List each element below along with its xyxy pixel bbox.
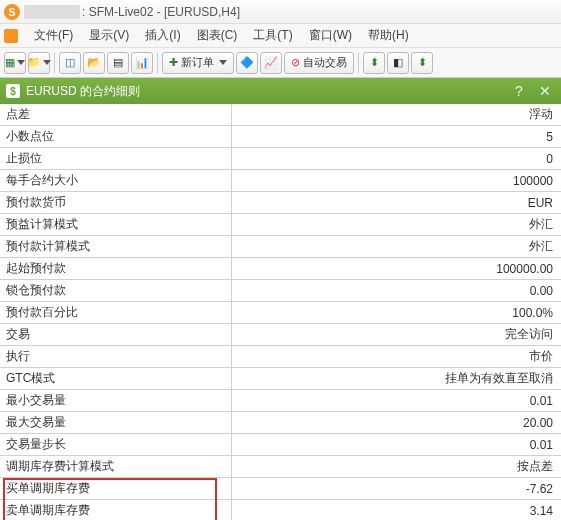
table-row[interactable]: 锁仓预付款0.00 <box>0 280 561 302</box>
property-key: 买单调期库存费 <box>0 478 232 499</box>
property-value: 5 <box>232 126 561 147</box>
property-key: 预付款百分比 <box>0 302 232 323</box>
close-button[interactable]: ✕ <box>535 81 555 101</box>
property-value: 外汇 <box>232 214 561 235</box>
property-key: 止损位 <box>0 148 232 169</box>
terminal-button[interactable]: ▤ <box>107 52 129 74</box>
table-row[interactable]: 点差浮动 <box>0 104 561 126</box>
property-value: 100.0% <box>232 302 561 323</box>
property-value: 20.00 <box>232 412 561 433</box>
property-value: 100000 <box>232 170 561 191</box>
table-row[interactable]: 预付款计算模式外汇 <box>0 236 561 258</box>
window-title: : SFM-Live02 - [EURUSD,H4] <box>82 5 240 19</box>
panel-title: EURUSD 的合约细则 <box>26 83 140 100</box>
property-key: 小数点位 <box>0 126 232 147</box>
property-value: 0.01 <box>232 390 561 411</box>
chart-line-button[interactable]: ⬍ <box>411 52 433 74</box>
table-row[interactable]: 预付款货币EUR <box>0 192 561 214</box>
property-key: 每手合约大小 <box>0 170 232 191</box>
property-value: 0 <box>232 148 561 169</box>
title-bar: S : SFM-Live02 - [EURUSD,H4] <box>0 0 561 24</box>
table-row[interactable]: 卖单调期库存费3.14 <box>0 500 561 520</box>
help-button[interactable]: ? <box>509 81 529 101</box>
property-value: 0.01 <box>232 434 561 455</box>
table-row[interactable]: 每手合约大小100000 <box>0 170 561 192</box>
property-key: 执行 <box>0 346 232 367</box>
property-key: 预付款计算模式 <box>0 236 232 257</box>
property-key: GTC模式 <box>0 368 232 389</box>
chart-bar-button[interactable]: ⬍ <box>363 52 385 74</box>
table-row[interactable]: 调期库存费计算模式按点差 <box>0 456 561 478</box>
property-key: 起始预付款 <box>0 258 232 279</box>
menu-logo-icon <box>4 29 18 43</box>
market-watch-button[interactable]: ◫ <box>59 52 81 74</box>
property-value: 3.14 <box>232 500 561 520</box>
tool-bar: ▦ 📁 ◫ 📂 ▤ 📊 ✚新订单 🔷 📈 ⊘自动交易 ⬍ ◧ ⬍ <box>0 48 561 78</box>
separator <box>157 53 158 73</box>
table-row[interactable]: GTC模式挂单为有效直至取消 <box>0 368 561 390</box>
property-key: 交易量步长 <box>0 434 232 455</box>
property-key: 点差 <box>0 104 232 125</box>
table-row[interactable]: 起始预付款100000.00 <box>0 258 561 280</box>
property-key: 最大交易量 <box>0 412 232 433</box>
property-key: 卖单调期库存费 <box>0 500 232 520</box>
separator <box>358 53 359 73</box>
menu-bar: 文件(F) 显示(V) 插入(I) 图表(C) 工具(T) 窗口(W) 帮助(H… <box>0 24 561 48</box>
blurred-text <box>24 5 80 19</box>
table-row[interactable]: 买单调期库存费-7.62 <box>0 478 561 500</box>
menu-insert[interactable]: 插入(I) <box>137 27 188 44</box>
table-row[interactable]: 止损位0 <box>0 148 561 170</box>
table-row[interactable]: 小数点位5 <box>0 126 561 148</box>
separator <box>54 53 55 73</box>
table-row[interactable]: 预益计算模式外汇 <box>0 214 561 236</box>
auto-trade-button[interactable]: ⊘自动交易 <box>284 52 354 74</box>
property-value: 市价 <box>232 346 561 367</box>
property-value: 浮动 <box>232 104 561 125</box>
property-key: 预付款货币 <box>0 192 232 213</box>
menu-help[interactable]: 帮助(H) <box>360 27 417 44</box>
menu-file[interactable]: 文件(F) <box>26 27 81 44</box>
menu-tool[interactable]: 工具(T) <box>245 27 300 44</box>
navigator-button[interactable]: 📂 <box>83 52 105 74</box>
tester-button[interactable]: 📊 <box>131 52 153 74</box>
property-value: 100000.00 <box>232 258 561 279</box>
menu-window[interactable]: 窗口(W) <box>301 27 360 44</box>
property-value: 按点差 <box>232 456 561 477</box>
app-logo-icon: S <box>4 4 20 20</box>
dollar-icon: $ <box>6 84 20 98</box>
property-key: 锁仓预付款 <box>0 280 232 301</box>
property-key: 预益计算模式 <box>0 214 232 235</box>
new-order-label: 新订单 <box>181 55 214 70</box>
property-value: 外汇 <box>232 236 561 257</box>
table-row[interactable]: 最大交易量20.00 <box>0 412 561 434</box>
table-row[interactable]: 预付款百分比100.0% <box>0 302 561 324</box>
property-key: 最小交易量 <box>0 390 232 411</box>
property-key: 交易 <box>0 324 232 345</box>
property-value: 0.00 <box>232 280 561 301</box>
profiles-button[interactable]: 📁 <box>28 52 50 74</box>
menu-chart[interactable]: 图表(C) <box>189 27 246 44</box>
properties-table: 点差浮动小数点位5止损位0每手合约大小100000预付款货币EUR预益计算模式外… <box>0 104 561 520</box>
auto-trade-label: 自动交易 <box>303 55 347 70</box>
table-row[interactable]: 交易完全访问 <box>0 324 561 346</box>
signals-button[interactable]: 📈 <box>260 52 282 74</box>
panel-header: $ EURUSD 的合约细则 ? ✕ <box>0 78 561 104</box>
table-row[interactable]: 交易量步长0.01 <box>0 434 561 456</box>
menu-view[interactable]: 显示(V) <box>81 27 137 44</box>
table-row[interactable]: 最小交易量0.01 <box>0 390 561 412</box>
new-chart-button[interactable]: ▦ <box>4 52 26 74</box>
property-value: 挂单为有效直至取消 <box>232 368 561 389</box>
metaquotes-button[interactable]: 🔷 <box>236 52 258 74</box>
chart-candle-button[interactable]: ◧ <box>387 52 409 74</box>
property-value: -7.62 <box>232 478 561 499</box>
property-value: 完全访问 <box>232 324 561 345</box>
property-value: EUR <box>232 192 561 213</box>
new-order-button[interactable]: ✚新订单 <box>162 52 234 74</box>
table-row[interactable]: 执行市价 <box>0 346 561 368</box>
property-key: 调期库存费计算模式 <box>0 456 232 477</box>
